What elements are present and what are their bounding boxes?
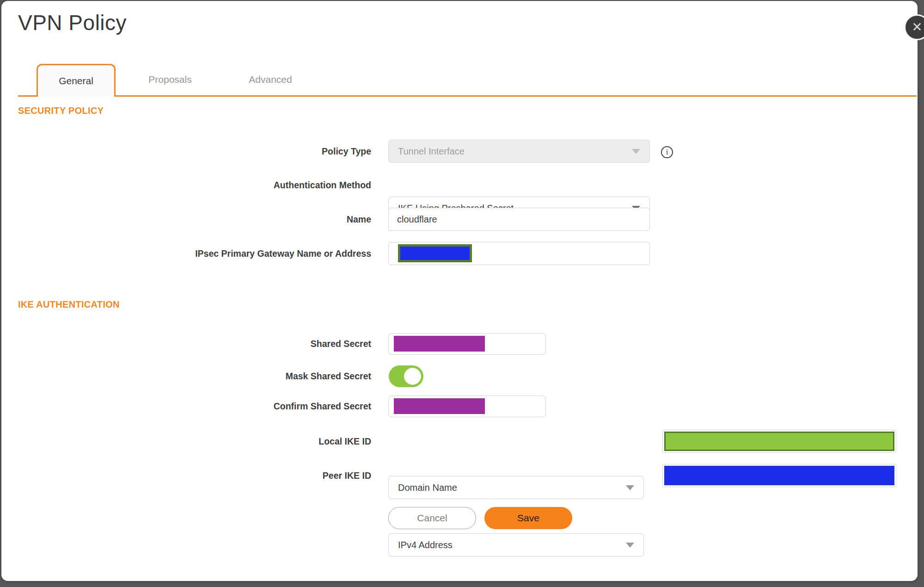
confirm-shared-secret-redaction-block [394,398,485,414]
tab-proposals[interactable]: Proposals [129,64,212,95]
confirm-shared-secret-label: Confirm Shared Secret [1,395,371,417]
close-icon: ✕ [912,21,922,34]
local-ike-id-type-dropdown[interactable]: Domain Name [388,476,644,499]
name-label: Name [1,208,371,231]
dialog-title: VPN Policy [18,9,127,36]
mask-shared-secret-toggle[interactable] [389,365,423,387]
mask-shared-secret-label: Mask Shared Secret [1,365,371,387]
save-button[interactable]: Save [484,507,572,529]
name-input[interactable] [388,208,650,231]
peer-ike-id-type-dropdown[interactable]: IPv4 Address [388,533,644,556]
policy-type-label: Policy Type [1,140,371,163]
section-ike-authentication: IKE AUTHENTICATION [18,299,120,310]
chevron-down-icon [626,485,634,490]
chevron-down-icon [632,149,640,154]
vpn-policy-dialog: VPN Policy General Proposals Advanced SE… [1,1,918,581]
ipsec-primary-gateway-label: IPsec Primary Gateway Name or Address [1,242,371,265]
local-ike-id-value-input[interactable] [662,430,896,453]
tab-general-label: General [59,75,93,87]
confirm-shared-secret-input[interactable] [388,395,546,417]
peer-ike-id-redaction-block [664,466,894,485]
shared-secret-label: Shared Secret [1,333,371,355]
local-ike-id-type-value: Domain Name [398,482,457,493]
chevron-down-icon [626,543,634,548]
peer-ike-id-type-value: IPv4 Address [398,540,453,550]
screen-background: VPN Policy General Proposals Advanced SE… [0,0,924,587]
local-ike-id-redaction-block [664,432,894,451]
shared-secret-input[interactable] [388,333,546,355]
tab-bar-underline [18,95,917,97]
info-icon[interactable]: i [661,146,673,158]
gateway-redaction-block [398,244,472,262]
toggle-knob [404,368,421,385]
cancel-button[interactable]: Cancel [388,507,476,529]
tab-advanced[interactable]: Advanced [229,64,312,95]
tab-general[interactable]: General [37,64,116,97]
ipsec-primary-gateway-input[interactable] [388,242,650,265]
shared-secret-redaction-block [394,336,485,352]
section-security-policy: SECURITY POLICY [18,105,104,116]
authentication-method-label: Authentication Method [1,173,371,197]
peer-ike-id-label: Peer IKE ID [1,464,371,487]
local-ike-id-label: Local IKE ID [1,430,371,453]
peer-ike-id-value-input[interactable] [662,464,896,487]
policy-type-value: Tunnel Interface [398,146,465,157]
policy-type-dropdown[interactable]: Tunnel Interface [388,140,650,163]
